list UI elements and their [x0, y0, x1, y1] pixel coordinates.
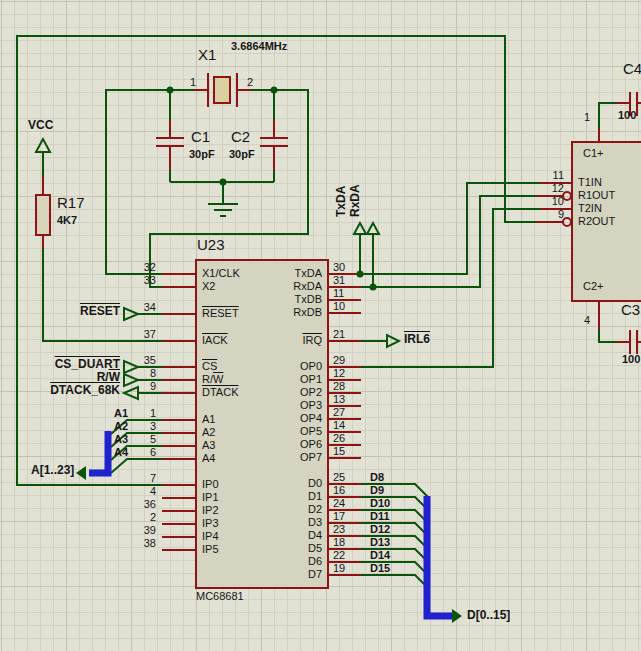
c3-ref: C3: [621, 302, 640, 319]
rxda-terminal-label: RxDA: [349, 167, 363, 217]
r2out-inversion-bubble[interactable]: [563, 218, 571, 226]
u23-pin-number-1: 1: [126, 407, 156, 419]
rxda-terminal-arrow[interactable]: [367, 223, 379, 234]
u23-pin-number-2: 2: [126, 511, 156, 523]
vcc-terminal-arrow[interactable]: [36, 139, 50, 152]
u23-pin-name-d2: D2: [250, 503, 322, 515]
u23-ref: U23: [197, 237, 225, 254]
u23-pin-number-31: 31: [333, 274, 345, 286]
u23-pin-name-d3: D3: [250, 516, 322, 528]
u23-pin-number-28: 28: [333, 380, 345, 392]
x1-pin1-number: 1: [186, 76, 196, 88]
x1-ref: X1: [198, 47, 216, 64]
ground-symbol[interactable]: [208, 204, 238, 216]
u23-pin-name-ip0: IP0: [202, 478, 219, 490]
u23-pin-number-24: 24: [333, 497, 345, 509]
rs232-pin-number-4: 4: [578, 314, 590, 326]
address-bus-arrow[interactable]: [76, 466, 86, 480]
u23-pin-name-op3: OP3: [250, 399, 322, 411]
u23-pin-number-12: 12: [333, 367, 345, 379]
wire-pin1-c4[interactable]: [599, 103, 617, 128]
u23-pin-name-a3: A3: [202, 439, 215, 451]
u23-pin-name-x2: X2: [202, 280, 215, 292]
u23-pin-name-op5: OP5: [250, 425, 322, 437]
u23-pin-number-21: 21: [333, 328, 345, 340]
u23-pin-number-19: 19: [333, 562, 345, 574]
u23-pin-number-35: 35: [126, 354, 156, 366]
net-label-a1: A1: [102, 407, 128, 419]
c1-ref: C1: [191, 129, 210, 146]
crystal-body[interactable]: [214, 77, 230, 103]
c2-plates-leads[interactable]: [260, 120, 288, 170]
u23-pin-name-ip2: IP2: [202, 504, 219, 516]
c4-value: 100: [618, 109, 636, 121]
u23-pin-name-d5: D5: [250, 542, 322, 554]
rs232-pin-name-c2plus: C2+: [583, 280, 604, 292]
data-bus-arrow[interactable]: [452, 609, 462, 623]
c2-ref: C2: [231, 129, 250, 146]
rs232-pin-name-t2in: T2IN: [578, 202, 602, 214]
c3-value: 100: [622, 353, 640, 365]
u23-pin-number-14: 14: [333, 419, 345, 431]
u23-rw-pre: R/: [202, 373, 213, 385]
irl6-terminal-arrow[interactable]: [387, 335, 399, 347]
u23-left-pin-stubs[interactable]: [162, 274, 196, 550]
txda-terminal-arrow[interactable]: [354, 223, 366, 234]
net-label-a3: A3: [102, 433, 128, 445]
txda-terminal-label: TxDA: [335, 167, 349, 217]
rs232-pin-number-1: 1: [578, 111, 590, 123]
u23-pin-name-iack: IACK: [202, 334, 228, 346]
u23-pin-number-38: 38: [126, 537, 156, 549]
rs232-pin-name-r1out: R1OUT: [578, 189, 615, 201]
net-label-a2: A2: [102, 420, 128, 432]
x1-value: 3.6864MHz: [231, 40, 287, 52]
u23-pin-number-30: 30: [333, 261, 345, 273]
u23-pin-name-rw: R/W: [202, 373, 223, 385]
u23-pin-number-3: 3: [126, 420, 156, 432]
address-bus-label: A[1..23]: [31, 464, 74, 477]
u23-pin-name-ip5: IP5: [202, 543, 219, 555]
irl6-terminal-label: IRL6: [404, 333, 430, 346]
u23-pin-name-irq: IRQ: [250, 334, 322, 346]
u23-pin-name-txda: TxDA: [250, 267, 322, 279]
wire-crystal-caps-ground[interactable]: [170, 90, 274, 204]
u23-pin-number-13: 13: [333, 393, 345, 405]
c4-ref: C4: [623, 61, 641, 78]
u23-pin-name-a1: A1: [202, 413, 215, 425]
rs232-pin-number-11: 11: [540, 169, 564, 181]
u23-pin-number-4: 4: [126, 485, 156, 497]
wire-txda-rxda-terminals[interactable]: [360, 234, 373, 287]
r17-body[interactable]: [36, 195, 50, 235]
data-bus-label: D[0..15]: [467, 609, 510, 622]
rw-label-pre: R/: [97, 370, 109, 384]
u23-pin-name-rxdb: RxDB: [250, 306, 322, 318]
u23-pin-name-op1: OP1: [250, 373, 322, 385]
u23-pin-name-d1: D1: [250, 490, 322, 502]
u23-pin-number-6: 6: [126, 446, 156, 458]
c3-plates-leads[interactable]: [617, 330, 641, 354]
u23-pin-number-32: 32: [126, 261, 156, 273]
c2-value: 30pF: [229, 148, 255, 160]
c1-plates-leads[interactable]: [156, 120, 184, 170]
u23-pin-number-10: 10: [333, 300, 345, 312]
rs232-pin-number-9: 9: [540, 208, 564, 220]
net-label-d13: D13: [370, 536, 390, 548]
net-label-d8: D8: [370, 471, 384, 483]
rs232-pin-name-t1in: T1IN: [578, 176, 602, 188]
rs232-pin-name-c1plus: C1+: [583, 147, 604, 159]
u23-pin-name-d4: D4: [250, 529, 322, 541]
net-label-d12: D12: [370, 523, 390, 535]
r1out-inversion-bubble[interactable]: [563, 192, 571, 200]
u23-pin-name-ip3: IP3: [202, 517, 219, 529]
net-label-d9: D9: [370, 484, 384, 496]
u23-pin-number-23: 23: [333, 523, 345, 535]
c1-value: 30pF: [189, 148, 215, 160]
schematic-canvas: VCC RESET CS_DUART R/W DTACK_68K A[1..23…: [0, 0, 641, 651]
u23-pin-name-ip4: IP4: [202, 530, 219, 542]
u23-pin-number-22: 22: [333, 549, 345, 561]
data-bus[interactable]: [427, 496, 452, 616]
u23-pin-name-txdb: TxDB: [250, 293, 322, 305]
u23-pin-number-37: 37: [126, 328, 156, 340]
wire-x2-to-crystal[interactable]: [150, 90, 308, 287]
wire-pin4-c3[interactable]: [599, 329, 617, 342]
